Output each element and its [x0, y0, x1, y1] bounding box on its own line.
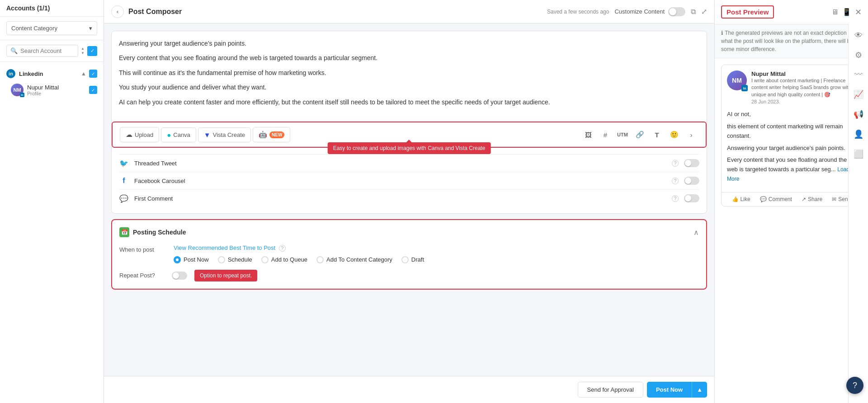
analytics-icon[interactable]: 📈 [854, 89, 863, 99]
platform-linkedin-left: in Linkedin [6, 69, 43, 78]
facebook-carousel-label: Facebook Carousel [134, 178, 666, 184]
arrow-down-icon[interactable]: ▼ [81, 51, 85, 55]
add-to-queue-label: Add to Queue [271, 256, 307, 263]
sidebar-header: Accounts (1/1) [0, 0, 104, 17]
draft-option[interactable]: Draft [401, 256, 424, 263]
when-to-post-label: When to post [119, 244, 165, 253]
post-now-dropdown-arrow[interactable]: ▲ [692, 382, 707, 398]
linkedin-check-icon[interactable]: ✓ [89, 70, 97, 78]
first-comment-toggle-knob [685, 195, 691, 202]
schedule-title-area: 📅 Posting Schedule [119, 227, 186, 237]
paragraph-3: This will continue as it's the fundament… [119, 68, 699, 78]
content-category-chevron: ▾ [89, 25, 92, 32]
users-icon[interactable]: 👤 [854, 129, 863, 139]
add-to-queue-option[interactable]: Add to Queue [261, 256, 307, 263]
threaded-tweet-toggle[interactable] [684, 159, 699, 167]
recommended-time-link[interactable]: View Recommended Best Time to Post [174, 244, 275, 251]
post-now-option[interactable]: Post Now [174, 256, 209, 263]
toolbar-right: 🖼 # UTM 🔗 T 🙂 › [581, 127, 698, 142]
send-for-approval-button[interactable]: Send for Approval [578, 382, 643, 398]
lp-post-header: NM in Nupur Mittal I write about content… [722, 65, 861, 110]
post-now-button[interactable]: Post Now [647, 382, 692, 398]
toolbar-left: ☁ Upload ● Canva ▼ Vista Create 🤖 [120, 127, 290, 142]
search-input-wrap: 🔍 [6, 45, 78, 57]
like-action[interactable]: 👍 Like [732, 196, 750, 202]
first-comment-label: First Comment [134, 195, 666, 202]
preview-line-3: Answering your target audience's pain po… [727, 144, 856, 153]
schedule-option[interactable]: Schedule [218, 256, 252, 263]
schedule-label: Schedule [228, 256, 252, 263]
search-confirm-button[interactable]: ✓ [87, 46, 97, 56]
sidebar: Accounts (1/1) Content Category ▾ 🔍 ▲ ▼ … [0, 0, 104, 403]
utm-icon-btn[interactable]: UTM [615, 127, 630, 142]
facebook-carousel-help-icon[interactable]: ? [672, 178, 679, 184]
facebook-icon: f [119, 176, 129, 186]
paragraph-4: You study your audience and deliver what… [119, 82, 699, 92]
customize-toggle[interactable] [668, 7, 685, 16]
new-feature-button[interactable]: 🤖 NEW [253, 127, 290, 142]
preview-title: Post Preview [721, 5, 774, 19]
arrow-up-icon[interactable]: ▲ [81, 47, 85, 51]
linkedin-comment-icon: 💬 [119, 194, 128, 203]
saved-status: Saved a few seconds ago [547, 9, 609, 15]
preview-post-date: 28 Jun 2023. [751, 99, 856, 104]
desktop-view-icon[interactable]: 🖥 [831, 8, 839, 16]
post-now-radio[interactable] [174, 256, 181, 263]
content-category-dropdown[interactable]: Content Category ▾ [6, 21, 97, 35]
filter-icon[interactable]: ⚙ [855, 50, 862, 60]
repeat-post-label: Repeat Post? [119, 272, 165, 279]
search-arrows: ▲ ▼ [81, 47, 85, 55]
emoji-icon-btn[interactable]: 🙂 [667, 127, 681, 142]
text-icon-btn[interactable]: T [650, 127, 664, 142]
options-section: 🐦 Threaded Tweet ? f Facebook Carousel ? [112, 148, 707, 213]
schedule-collapse-icon[interactable]: ∧ [693, 228, 699, 237]
megaphone-icon[interactable]: 📢 [854, 109, 863, 119]
schedule-radio[interactable] [218, 256, 225, 263]
add-to-content-category-option[interactable]: Add To Content Category [316, 256, 392, 263]
copy-icon[interactable]: ⧉ [691, 8, 696, 16]
avatar-initials: NM [13, 87, 21, 93]
facebook-carousel-toggle[interactable] [684, 177, 699, 185]
search-input[interactable] [20, 47, 74, 54]
eye-icon[interactable]: 👁 [854, 31, 863, 40]
recommended-time-help-icon[interactable]: ? [279, 245, 286, 252]
repeat-toggle-knob [173, 272, 179, 279]
platform-linkedin-right: ▲ ✓ [81, 70, 97, 78]
help-button[interactable]: ? [846, 377, 863, 394]
share-action[interactable]: ↗ Share [802, 196, 822, 202]
preview-line-1: AI or not, [727, 110, 856, 119]
content-category-section: Content Category ▾ [0, 17, 104, 40]
threaded-tweet-help-icon[interactable]: ? [672, 160, 679, 167]
draft-radio[interactable] [401, 256, 409, 263]
add-to-content-category-radio[interactable] [316, 256, 324, 263]
upload-button[interactable]: ☁ Upload [120, 127, 159, 142]
repeat-tooltip-area: Option to repeat post. [194, 270, 257, 281]
text-area-content[interactable]: Answering your target audience's pain po… [112, 31, 707, 122]
comment-action[interactable]: 💬 Comment [760, 196, 792, 202]
hashtag-icon-btn[interactable]: # [598, 127, 613, 142]
canva-button[interactable]: ● Canva [161, 127, 196, 142]
more-icon-btn[interactable]: › [684, 127, 698, 142]
stack-icon[interactable]: ⬜ [854, 149, 863, 159]
first-comment-toggle[interactable] [684, 194, 699, 202]
image-icon-btn[interactable]: 🖼 [581, 127, 595, 142]
preview-close-button[interactable]: ✕ [855, 7, 862, 17]
preview-profile-info: Nupur Mittal I write about content marke… [751, 70, 856, 104]
account-check[interactable]: ✓ [89, 86, 97, 94]
expand-icon[interactable]: ⤢ [701, 7, 707, 16]
preview-disclaimer: The generated previews are not an exact … [721, 30, 853, 52]
repeat-post-toggle[interactable] [172, 272, 187, 280]
vista-create-button[interactable]: ▼ Vista Create [198, 127, 251, 142]
collapse-sidebar-button[interactable]: ‹ [111, 5, 124, 18]
first-comment-help-icon[interactable]: ? [672, 195, 679, 202]
customize-toggle-area: Customize Content [614, 7, 685, 16]
main-area: ‹ Post Composer Saved a few seconds ago … [104, 0, 714, 403]
link-icon-btn[interactable]: 🔗 [632, 127, 647, 142]
when-options-area: View Recommended Best Time to Post ? Pos… [174, 244, 699, 263]
linkedin-expand-icon[interactable]: ▲ [81, 70, 86, 77]
wave-icon[interactable]: 〰 [854, 70, 863, 80]
add-to-queue-radio[interactable] [261, 256, 269, 263]
mobile-view-icon[interactable]: 📱 [842, 8, 851, 16]
composer-text-card: Answering your target audience's pain po… [111, 31, 707, 214]
repeat-tooltip-text: Option to repeat post. [194, 270, 257, 281]
